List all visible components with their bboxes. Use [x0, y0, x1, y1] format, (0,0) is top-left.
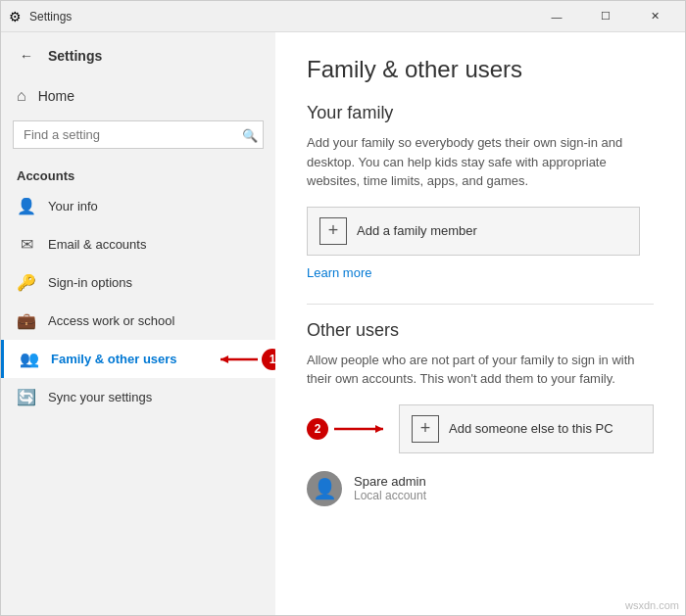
annotation-circle-1: 1 [262, 349, 275, 370]
sidebar-item-label: Your info [48, 199, 98, 213]
add-pc-plus-icon: + [412, 415, 439, 443]
sidebar-item-access-work[interactable]: 💼 Access work or school [1, 302, 275, 340]
sidebar-item-your-info[interactable]: 👤 Your info [1, 187, 275, 225]
sidebar-settings-title: Settings [48, 48, 102, 64]
back-button[interactable]: ← [13, 42, 40, 70]
section-divider [307, 304, 654, 305]
family-icon: 👥 [20, 350, 39, 368]
watermark: wsxdn.com [625, 599, 679, 611]
search-icon: 🔍 [242, 127, 258, 142]
user-type: Local account [354, 489, 426, 502]
search-button[interactable]: 🔍 [242, 127, 258, 142]
sidebar-item-label: Sync your settings [48, 390, 152, 404]
user-info: Spare admin Local account [354, 474, 426, 502]
back-icon: ← [20, 48, 33, 64]
home-icon: ⌂ [17, 87, 26, 105]
add-pc-annotation-container: 2 + Add someone else to this PC [307, 404, 654, 453]
learn-more-link[interactable]: Learn more [307, 265, 654, 280]
add-family-plus-icon: + [319, 217, 347, 245]
add-pc-user-button[interactable]: + Add someone else to this PC [399, 404, 654, 453]
arrow-1-svg [211, 350, 260, 369]
your-family-description: Add your family so everybody gets their … [307, 133, 654, 191]
sidebar-item-sign-in[interactable]: 🔑 Sign-in options [1, 263, 275, 302]
add-family-label: Add a family member [357, 223, 477, 238]
minimize-button[interactable]: — [534, 1, 579, 32]
add-family-member-button[interactable]: + Add a family member [307, 207, 640, 256]
sidebar-item-label: Email & accounts [48, 237, 146, 252]
search-input[interactable] [13, 120, 264, 149]
annotation-1: 1 [211, 349, 275, 370]
sidebar-section-title: Accounts [1, 157, 275, 187]
other-users-description: Allow people who are not part of your fa… [307, 351, 654, 389]
svg-marker-1 [220, 355, 228, 363]
title-bar-controls: — ☐ ✕ [534, 1, 677, 32]
title-bar-left: ⚙ Settings [9, 9, 72, 24]
close-button[interactable]: ✕ [632, 1, 677, 32]
arrow-2-svg [332, 419, 391, 439]
avatar-icon: 👤 [313, 477, 337, 500]
settings-window: ⚙ Settings — ☐ ✕ ← Settings ⌂ Home [0, 0, 686, 616]
annotation-2-left: 2 [307, 418, 391, 440]
main-content: Family & other users Your family Add you… [275, 32, 685, 615]
user-name: Spare admin [354, 474, 426, 489]
sidebar-item-label: Sign-in options [48, 275, 132, 290]
your-info-icon: 👤 [17, 197, 36, 215]
page-title: Family & other users [307, 56, 654, 83]
sidebar-nav-top: ← Settings [1, 32, 275, 79]
sync-icon: 🔄 [17, 388, 36, 406]
maximize-button[interactable]: ☐ [583, 1, 628, 32]
annotation-circle-2: 2 [307, 418, 328, 440]
work-icon: 💼 [17, 311, 36, 330]
sidebar-item-family-wrapper: 👥 Family & other users 1 [1, 340, 275, 378]
sidebar-item-label: Access work or school [48, 313, 174, 328]
settings-icon: ⚙ [9, 9, 22, 24]
sidebar-home-label: Home [38, 88, 74, 104]
sidebar-item-email-accounts[interactable]: ✉ Email & accounts [1, 225, 275, 263]
title-bar: ⚙ Settings — ☐ ✕ [1, 1, 685, 32]
sidebar: ← Settings ⌂ Home 🔍 Accounts 👤 Y [1, 32, 275, 615]
svg-marker-3 [375, 425, 383, 433]
add-pc-label: Add someone else to this PC [449, 421, 613, 436]
sidebar-item-label: Family & other users [51, 352, 177, 366]
sidebar-search-container: 🔍 [13, 120, 264, 149]
other-users-title: Other users [307, 320, 654, 341]
user-avatar: 👤 [307, 471, 342, 506]
window-content: ← Settings ⌂ Home 🔍 Accounts 👤 Y [1, 32, 685, 615]
sidebar-item-sync[interactable]: 🔄 Sync your settings [1, 378, 275, 416]
sidebar-item-home[interactable]: ⌂ Home [1, 79, 275, 113]
sign-in-icon: 🔑 [17, 273, 36, 292]
your-family-title: Your family [307, 103, 654, 123]
email-icon: ✉ [17, 235, 36, 254]
title-bar-title: Settings [29, 10, 72, 24]
user-entry[interactable]: 👤 Spare admin Local account [307, 463, 640, 514]
